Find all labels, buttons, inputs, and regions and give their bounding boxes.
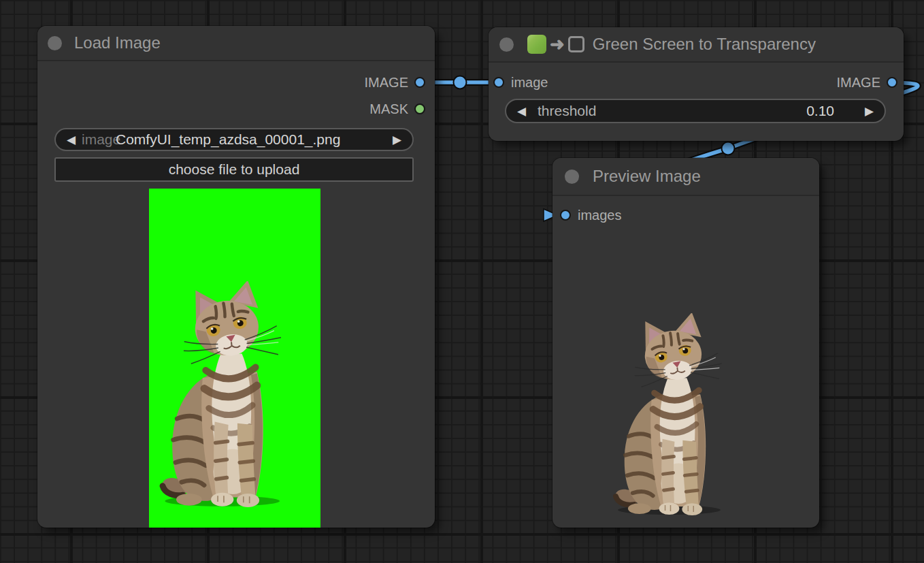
input-dot-image[interactable] [493,77,504,88]
output-slot-image: IMAGE [365,74,425,91]
output-slot-image: IMAGE [837,74,897,91]
node-green-screen-to-transparency[interactable]: ➜ Green Screen to Transparency image IMA… [489,27,904,141]
output-slot-label: IMAGE [837,75,880,91]
combo-value: ComfyUI_temp_azdsa_00001_.png [116,131,340,148]
input-dot-images[interactable] [560,210,571,221]
input-slot-image: image [493,74,548,91]
threshold-value: 0.10 [806,103,834,119]
node-canvas[interactable]: Load Image IMAGE MASK ◀ image ComfyUI_te… [0,0,924,563]
input-slot-label: images [578,208,621,223]
collapse-dot-icon[interactable] [48,36,62,50]
link-midpoint-dot[interactable] [454,76,467,89]
input-slot-images: images [560,206,621,224]
node-title: Green Screen to Transparency [593,35,816,54]
increment-arrow-icon[interactable]: ▶ [865,106,874,117]
input-slot-label: image [511,75,548,91]
decrement-arrow-icon[interactable]: ◀ [517,106,526,117]
output-slot-mask: MASK [369,100,425,118]
loaded-image-preview [149,189,320,528]
node-titlebar[interactable]: Load Image [37,26,435,61]
collapse-dot-icon[interactable] [565,170,579,184]
preview-result-cat-image [611,313,725,516]
output-dot-image[interactable] [414,77,425,88]
combo-label: image [82,131,120,148]
threshold-slider-widget[interactable]: ◀ threshold 0.10 ▶ [505,99,886,123]
cat-image [157,281,284,508]
node-titlebar[interactable]: ➜ Green Screen to Transparency [489,27,904,63]
link-midpoint-dot[interactable] [722,142,735,155]
collapse-dot-icon[interactable] [499,37,514,52]
node-titlebar[interactable]: Preview Image [552,158,819,196]
node-title: Preview Image [593,167,701,186]
combo-prev-arrow-icon[interactable]: ◀ [67,134,76,146]
output-slot-label: MASK [369,101,408,117]
output-dot-image[interactable] [887,77,897,88]
node-preview-image[interactable]: Preview Image images [552,158,819,528]
combo-next-arrow-icon[interactable]: ▶ [393,134,401,146]
right-arrow-icon: ➜ [550,35,565,53]
threshold-label: threshold [538,103,596,119]
output-dot-mask[interactable] [414,103,425,114]
node-load-image[interactable]: Load Image IMAGE MASK ◀ image ComfyUI_te… [37,26,435,528]
white-square-icon [568,36,584,52]
node-title: Load Image [74,33,161,52]
green-square-icon [527,35,546,54]
image-combo-widget[interactable]: ◀ image ComfyUI_temp_azdsa_00001_.png ▶ [54,128,414,151]
output-slot-label: IMAGE [365,75,408,91]
upload-file-button[interactable]: choose file to upload [54,157,414,182]
